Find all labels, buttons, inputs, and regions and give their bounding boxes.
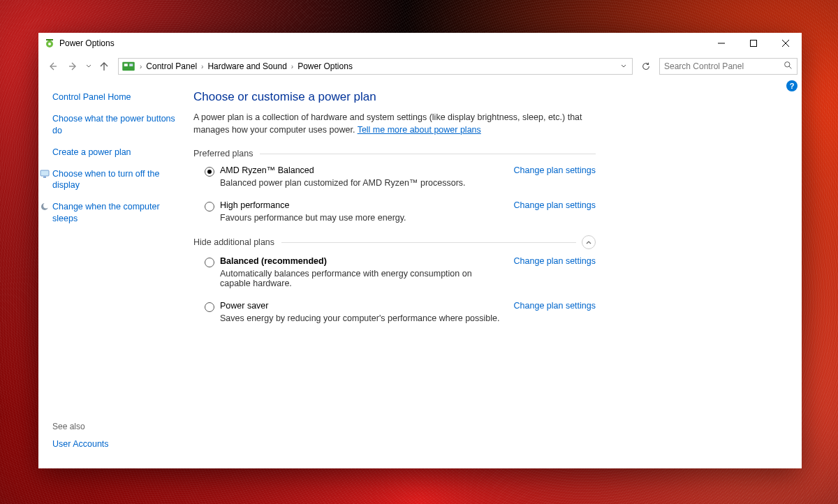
power-options-window: Power Options › Control P bbox=[38, 33, 802, 468]
display-icon bbox=[40, 169, 50, 179]
search-icon[interactable] bbox=[784, 61, 793, 72]
plan-radio[interactable] bbox=[205, 202, 214, 212]
help-button[interactable]: ? bbox=[786, 80, 797, 91]
plan-power-saver: Power saver Saves energy by reducing you… bbox=[205, 301, 596, 323]
svg-point-2 bbox=[48, 43, 51, 45]
additional-plans-header[interactable]: Hide additional plans bbox=[193, 235, 596, 249]
plan-radio[interactable] bbox=[205, 258, 214, 267]
section-label: Hide additional plans bbox=[193, 237, 274, 247]
sidebar-control-panel-home[interactable]: Control Panel Home bbox=[52, 91, 177, 103]
content-area: ? Control Panel Home Choose what the pow… bbox=[38, 79, 802, 468]
change-plan-settings-link[interactable]: Change plan settings bbox=[514, 200, 596, 223]
forward-button[interactable] bbox=[64, 57, 83, 76]
navbar: › Control Panel › Hardware and Sound › P… bbox=[38, 54, 802, 79]
page-description: A power plan is a collection of hardware… bbox=[193, 111, 585, 136]
address-dropdown-button[interactable] bbox=[617, 61, 631, 71]
address-bar[interactable]: › Control Panel › Hardware and Sound › P… bbox=[118, 58, 633, 75]
plan-name[interactable]: AMD Ryzen™ Balanced bbox=[220, 165, 500, 175]
see-also-label: See also bbox=[52, 422, 177, 431]
svg-point-13 bbox=[785, 62, 790, 67]
sidebar-power-buttons[interactable]: Choose what the power buttons do bbox=[52, 113, 177, 137]
breadcrumb-power-options[interactable]: Power Options bbox=[296, 60, 354, 73]
breadcrumb-hardware-sound[interactable]: Hardware and Sound bbox=[206, 60, 288, 73]
plan-description: Automatically balances performance with … bbox=[220, 269, 500, 288]
plan-name[interactable]: High performance bbox=[220, 200, 500, 210]
plan-description: Balanced power plan customized for AMD R… bbox=[220, 178, 500, 188]
window-title: Power Options bbox=[59, 38, 115, 48]
plan-name[interactable]: Power saver bbox=[220, 301, 500, 311]
up-button[interactable] bbox=[94, 57, 114, 76]
chevron-right-icon[interactable]: › bbox=[288, 63, 296, 71]
section-label: Preferred plans bbox=[193, 149, 253, 158]
chevron-right-icon[interactable]: › bbox=[198, 63, 206, 71]
plan-radio[interactable] bbox=[205, 302, 214, 312]
plan-description: Favours performance but may use more ene… bbox=[220, 213, 500, 223]
change-plan-settings-link[interactable]: Change plan settings bbox=[514, 301, 596, 323]
sidebar-item-label: Choose when to turn off the display bbox=[52, 169, 159, 191]
control-panel-icon bbox=[122, 59, 135, 73]
plan-high-performance: High performance Favours performance but… bbox=[205, 200, 596, 223]
titlebar: Power Options bbox=[38, 33, 802, 54]
svg-point-18 bbox=[43, 203, 49, 209]
change-plan-settings-link[interactable]: Change plan settings bbox=[514, 256, 596, 288]
search-input[interactable] bbox=[664, 61, 784, 71]
sidebar-create-plan[interactable]: Create a power plan bbox=[52, 147, 177, 158]
minimize-button[interactable] bbox=[705, 33, 737, 54]
svg-rect-12 bbox=[129, 64, 133, 66]
preferred-plans-section: Preferred plans AMD Ryzen™ Balanced Bala… bbox=[193, 149, 596, 323]
power-options-icon bbox=[44, 38, 55, 49]
plan-radio[interactable] bbox=[205, 167, 214, 177]
preferred-plans-header: Preferred plans bbox=[193, 149, 596, 158]
svg-rect-15 bbox=[41, 170, 49, 176]
svg-rect-1 bbox=[46, 39, 53, 40]
sidebar-user-accounts[interactable]: User Accounts bbox=[52, 438, 177, 450]
close-button[interactable] bbox=[770, 33, 802, 54]
svg-rect-16 bbox=[43, 177, 46, 178]
recent-locations-button[interactable] bbox=[84, 64, 93, 69]
refresh-button[interactable] bbox=[637, 58, 655, 75]
page-heading: Choose or customise a power plan bbox=[193, 90, 774, 104]
plan-description: Saves energy by reducing your computer's… bbox=[220, 313, 500, 323]
plan-amd-ryzen-balanced: AMD Ryzen™ Balanced Balanced power plan … bbox=[205, 165, 596, 188]
svg-line-14 bbox=[789, 66, 791, 68]
svg-rect-11 bbox=[124, 64, 128, 66]
svg-rect-4 bbox=[751, 40, 757, 46]
sidebar-turn-off-display[interactable]: Choose when to turn off the display bbox=[52, 168, 177, 192]
chevron-right-icon[interactable]: › bbox=[137, 63, 145, 71]
breadcrumb-control-panel[interactable]: Control Panel bbox=[145, 60, 198, 73]
search-box[interactable] bbox=[659, 58, 797, 75]
main-panel: Choose or customise a power plan A power… bbox=[185, 79, 802, 468]
maximize-button[interactable] bbox=[737, 33, 770, 54]
moon-icon bbox=[40, 202, 50, 212]
plan-name[interactable]: Balanced (recommended) bbox=[220, 256, 500, 266]
change-plan-settings-link[interactable]: Change plan settings bbox=[514, 165, 596, 188]
chevron-up-icon[interactable] bbox=[582, 235, 596, 249]
back-button[interactable] bbox=[43, 57, 62, 76]
sidebar-item-label: Change when the computer sleeps bbox=[52, 202, 160, 223]
sidebar: Control Panel Home Choose what the power… bbox=[38, 79, 185, 468]
plan-balanced: Balanced (recommended) Automatically bal… bbox=[205, 256, 596, 288]
tell-me-more-link[interactable]: Tell me more about power plans bbox=[358, 125, 481, 135]
sidebar-computer-sleeps[interactable]: Change when the computer sleeps bbox=[52, 201, 177, 225]
